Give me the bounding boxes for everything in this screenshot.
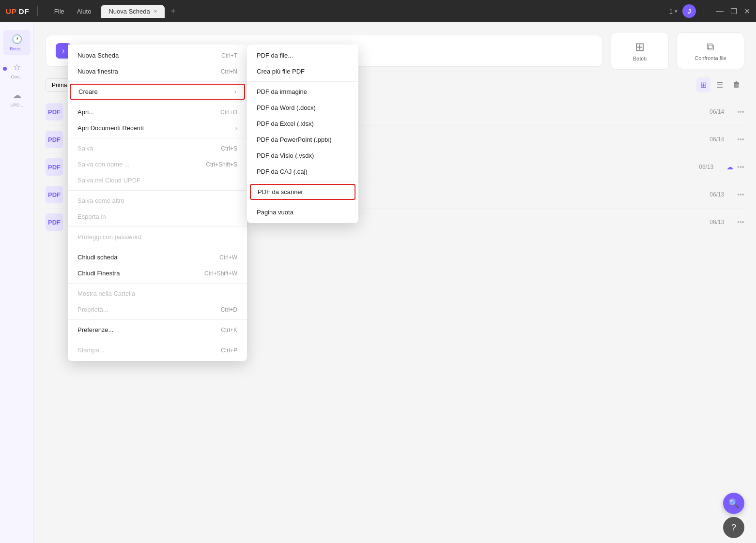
titlebar: UPDF File Aiuto Nuova Scheda × + 1 ▾ J —… [0, 0, 756, 22]
minimize-button[interactable]: — [716, 7, 724, 16]
menu-separator [68, 319, 247, 320]
file-actions: ••• [737, 136, 744, 143]
file-pdf-icon: PDF [46, 186, 63, 203]
menu-item-preferenze[interactable]: Preferenze... Ctrl+K [68, 322, 247, 338]
menu-shortcut: Ctrl+N [221, 68, 237, 75]
titlebar-divider [37, 6, 38, 16]
menu-item-label: Salva nel Cloud UPDF [77, 177, 237, 184]
menu-item-chiudi-finestra[interactable]: Chiudi Finestra Ctrl+Shift+W [68, 265, 247, 281]
file-pdf-icon: PDF [46, 213, 63, 231]
new-tab-button[interactable]: + [167, 4, 180, 18]
menu-item-nuova-finestra[interactable]: Nuova finestra Ctrl+N [68, 63, 247, 79]
content-area: › ⊞ Batch ⧉ Confronta file Prima I Più R… [34, 22, 756, 543]
search-icon: 🔍 [728, 498, 739, 509]
menu-item-label: Salva [77, 145, 221, 152]
menu-item-label: Esporta in [77, 213, 237, 220]
submenu-item-pdf-excel[interactable]: PDF da Excel (.xlsx) [247, 116, 358, 132]
file-pdf-icon: PDF [46, 131, 63, 148]
submenu-item-pagina-vuota[interactable]: Pagina vuota [247, 204, 358, 220]
file-more-button[interactable]: ••• [737, 108, 744, 116]
menu-item-label: Mostra nella Cartella [77, 290, 237, 297]
menu-item-apri-recenti[interactable]: Apri Documenti Recenti › [68, 120, 247, 136]
submenu-item-pdf-immagine[interactable]: PDF da immagine [247, 84, 358, 100]
menu-item-proprieta: Proprietà... Ctrl+D [68, 302, 247, 317]
sidebar-item-starred[interactable]: ☆ Con... [3, 58, 31, 83]
submenu-separator [247, 181, 358, 182]
menu-item-label: Proteggi con password [77, 233, 237, 241]
sidebar-item-cloud[interactable]: ☁ UPD... [3, 86, 31, 111]
user-avatar[interactable]: J [682, 4, 696, 18]
menu-item-label: Nuova finestra [77, 68, 221, 75]
submenu-item-pdf-scanner[interactable]: PDF da scanner [250, 184, 355, 200]
page-number: 1 [669, 8, 673, 15]
aiuto-menu-button[interactable]: Aiuto [72, 6, 96, 17]
close-button[interactable]: ✕ [744, 7, 750, 16]
grid-view-button[interactable]: ⊞ [696, 77, 710, 92]
compare-label: Confronta file [687, 55, 734, 61]
menu-item-creare[interactable]: Creare › [70, 84, 245, 100]
submenu-label: PDF da scanner [258, 188, 303, 196]
submenu-label: PDF da file... [257, 52, 293, 59]
list-view-button[interactable]: ☰ [712, 77, 727, 92]
file-more-button[interactable]: ••• [737, 191, 744, 198]
sidebar-label-starred: Con... [11, 75, 22, 79]
sidebar-label-recent: Rece... [10, 46, 24, 51]
submenu-item-pdf-pptx[interactable]: PDF da PowerPoint (.pptx) [247, 132, 358, 148]
menu-item-label: Apri... [77, 108, 220, 116]
file-actions: ••• [737, 108, 744, 116]
creare-submenu: PDF da file... Crea più file PDF PDF da … [247, 45, 358, 223]
submenu-item-piu-pdf[interactable]: Crea più file PDF [247, 63, 358, 79]
submenu-label: PDF da Word (.docx) [257, 104, 316, 111]
menu-separator [68, 247, 247, 247]
menu-item-label: Salva come altro [77, 197, 237, 204]
menu-item-proteggi: Proteggi con password [68, 229, 247, 245]
help-icon: ? [731, 523, 736, 533]
menu-item-mostra: Mostra nella Cartella [68, 286, 247, 302]
batch-card[interactable]: ⊞ Batch [611, 32, 669, 70]
submenu-item-pdf-word[interactable]: PDF da Word (.docx) [247, 100, 358, 116]
menu-item-label: Apri Documenti Recenti [77, 124, 231, 132]
menu-item-label: Creare [78, 88, 231, 95]
submenu-separator [247, 202, 358, 202]
file-more-button[interactable]: ••• [737, 218, 744, 226]
menu-item-label: Preferenze... [77, 326, 221, 333]
file-date: 06/13 [692, 164, 721, 170]
compare-card[interactable]: ⧉ Confronta file [677, 32, 744, 69]
delete-button[interactable]: 🗑 [729, 77, 744, 92]
menu-item-chiudi-scheda[interactable]: Chiudi scheda Ctrl+W [68, 249, 247, 265]
sidebar: 🕐 Rece... ☆ Con... ☁ UPD... [0, 22, 34, 543]
file-menu-button[interactable]: File [49, 6, 69, 17]
file-date: 06/14 [702, 108, 731, 115]
menu-item-salva-con-nome: Salva con nome ... Ctrl+Shift+S [68, 156, 247, 172]
menu-shortcut: Ctrl+K [221, 327, 237, 333]
menu-item-apri[interactable]: Apri... Ctrl+O [68, 104, 247, 120]
menu-item-nuova-scheda[interactable]: Nuova Scheda Ctrl+T [68, 47, 247, 63]
sidebar-item-recent[interactable]: 🕐 Rece... [3, 30, 31, 55]
menu-shortcut: Ctrl+D [221, 306, 237, 313]
file-more-button[interactable]: ••• [737, 136, 744, 143]
menu-separator [68, 138, 247, 138]
submenu-item-pdf-visio[interactable]: PDF da Visio (.vsdx) [247, 148, 358, 164]
menu-item-label: Proprietà... [77, 306, 221, 313]
cloud-icon: ☁ [13, 90, 21, 101]
search-fab-button[interactable]: 🔍 [723, 493, 744, 514]
submenu-item-pdf-file[interactable]: PDF da file... [247, 47, 358, 63]
tab-close-button[interactable]: × [154, 8, 157, 14]
submenu-item-pdf-caj[interactable]: PDF da CAJ (.caj) [247, 164, 358, 180]
window-controls: — ❐ ✕ [716, 7, 750, 16]
menu-shortcut: Ctrl+P [221, 347, 237, 354]
help-fab-button[interactable]: ? [723, 517, 744, 538]
file-more-button[interactable]: ••• [737, 163, 744, 171]
file-date: 06/13 [702, 191, 731, 198]
menu-item-label: Salva con nome ... [77, 161, 206, 168]
submenu-label: PDF da PowerPoint (.pptx) [257, 136, 332, 143]
sidebar-label-cloud: UPD... [10, 103, 23, 107]
cloud-sync-icon[interactable]: ☁ [726, 163, 733, 171]
menu-item-label: Nuova Scheda [77, 52, 221, 59]
active-tab[interactable]: Nuova Scheda × [101, 5, 165, 18]
star-icon: ☆ [13, 62, 21, 73]
chevron-down-icon[interactable]: ▾ [675, 8, 678, 15]
maximize-button[interactable]: ❐ [730, 7, 737, 16]
clock-icon: 🕐 [12, 34, 22, 45]
submenu-label: PDF da CAJ (.caj) [257, 168, 308, 175]
